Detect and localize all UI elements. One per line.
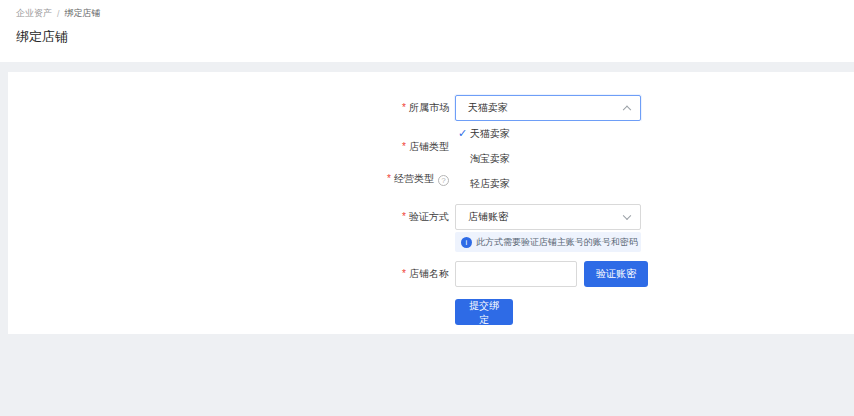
dropdown-option-label: 天猫卖家	[470, 128, 510, 139]
market-dropdown-panel: ✓ 天猫卖家 淘宝卖家 轻店卖家	[455, 121, 641, 196]
market-field-label: *所属市场	[8, 95, 449, 121]
submit-bind-button[interactable]: 提交绑定	[455, 299, 513, 325]
dropdown-option-label: 轻店卖家	[470, 178, 510, 189]
verify-method-notice: i 此方式需要验证店铺主账号的账号和密码	[455, 232, 641, 252]
dropdown-option-tmall[interactable]: ✓ 天猫卖家	[455, 121, 641, 146]
shop-name-field-label: *店铺名称	[8, 261, 449, 287]
chevron-down-icon	[623, 212, 631, 220]
verify-method-field-label: *验证方式	[8, 204, 449, 230]
page-header: 企业资产 / 绑定店铺 绑定店铺	[0, 0, 854, 62]
dropdown-option-qingdian[interactable]: 轻店卖家	[455, 171, 641, 196]
form-card: *所属市场 天猫卖家 ✓ 天猫卖家 淘宝卖家 轻店卖家 *店铺类型 *经营类型?…	[8, 72, 854, 334]
shop-name-input[interactable]	[455, 261, 577, 287]
verify-credentials-button[interactable]: 验证账密	[584, 261, 648, 287]
breadcrumb-current: 绑定店铺	[65, 7, 101, 20]
shop-type-field-label: *店铺类型	[8, 134, 449, 160]
required-marker: *	[402, 141, 406, 152]
chevron-up-icon	[623, 106, 631, 114]
market-select-value: 天猫卖家	[468, 102, 508, 113]
notice-text: 此方式需要验证店铺主账号的账号和密码	[476, 236, 638, 249]
help-circle-icon[interactable]: ?	[438, 175, 449, 186]
breadcrumb-parent-link[interactable]: 企业资产	[16, 7, 52, 20]
verify-method-select[interactable]: 店铺账密	[455, 204, 641, 230]
breadcrumb: 企业资产 / 绑定店铺	[16, 7, 101, 20]
breadcrumb-separator: /	[57, 9, 60, 19]
required-marker: *	[402, 268, 406, 279]
required-marker: *	[387, 173, 391, 184]
verify-method-select-value: 店铺账密	[468, 211, 508, 222]
required-marker: *	[402, 102, 406, 113]
info-circle-icon: i	[461, 237, 472, 248]
required-marker: *	[402, 211, 406, 222]
checkmark-icon: ✓	[458, 121, 467, 146]
dropdown-option-label: 淘宝卖家	[470, 153, 510, 164]
dropdown-option-taobao[interactable]: 淘宝卖家	[455, 146, 641, 171]
business-type-field-label: *经营类型?	[8, 166, 449, 192]
market-select[interactable]: 天猫卖家	[455, 95, 641, 121]
page-title: 绑定店铺	[16, 28, 68, 46]
